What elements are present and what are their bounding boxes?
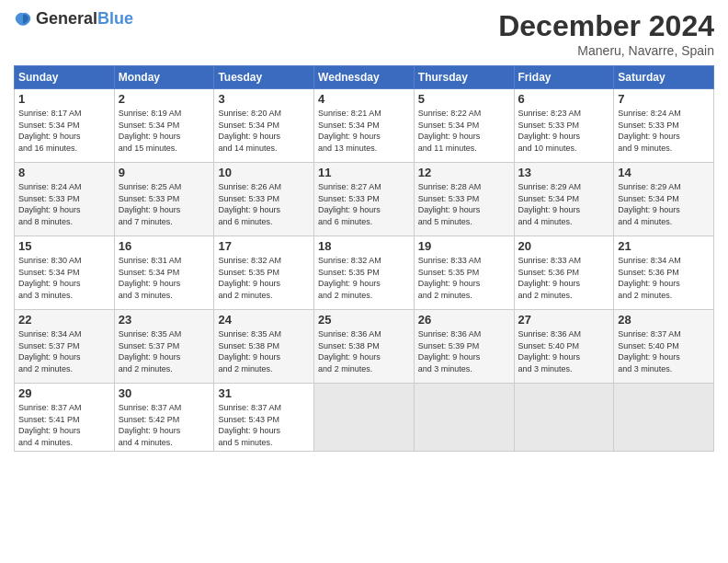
day-info: Sunrise: 8:34 AM Sunset: 5:36 PM Dayligh…	[618, 255, 710, 301]
table-row: 3 Sunrise: 8:20 AM Sunset: 5:34 PM Dayli…	[214, 89, 314, 163]
table-row: 15 Sunrise: 8:30 AM Sunset: 5:34 PM Dayl…	[15, 236, 115, 310]
day-number: 30	[119, 386, 210, 400]
table-row: 17 Sunrise: 8:32 AM Sunset: 5:35 PM Dayl…	[214, 236, 314, 310]
table-row: 5 Sunrise: 8:22 AM Sunset: 5:34 PM Dayli…	[414, 89, 514, 163]
day-number: 7	[618, 92, 710, 106]
table-row: 29 Sunrise: 8:37 AM Sunset: 5:41 PM Dayl…	[15, 384, 115, 452]
day-number: 24	[218, 313, 310, 327]
day-number: 26	[418, 313, 510, 327]
day-number: 29	[18, 386, 110, 400]
day-info: Sunrise: 8:29 AM Sunset: 5:34 PM Dayligh…	[518, 181, 610, 227]
day-info: Sunrise: 8:24 AM Sunset: 5:33 PM Dayligh…	[18, 181, 110, 227]
calendar-header-row: SundayMondayTuesdayWednesdayThursdayFrid…	[15, 66, 714, 89]
day-info: Sunrise: 8:35 AM Sunset: 5:37 PM Dayligh…	[119, 328, 210, 374]
day-info: Sunrise: 8:37 AM Sunset: 5:41 PM Dayligh…	[18, 402, 110, 448]
day-number: 17	[218, 239, 310, 253]
day-of-week-header: Wednesday	[314, 66, 415, 89]
table-row: 9 Sunrise: 8:25 AM Sunset: 5:33 PM Dayli…	[114, 163, 214, 236]
day-info: Sunrise: 8:33 AM Sunset: 5:36 PM Dayligh…	[518, 255, 610, 301]
day-number: 12	[418, 166, 510, 179]
table-row: 20 Sunrise: 8:33 AM Sunset: 5:36 PM Dayl…	[514, 236, 614, 310]
day-number: 13	[518, 166, 610, 179]
day-info: Sunrise: 8:36 AM Sunset: 5:39 PM Dayligh…	[418, 328, 510, 374]
day-number: 4	[318, 92, 410, 106]
table-row: 14 Sunrise: 8:29 AM Sunset: 5:34 PM Dayl…	[614, 163, 714, 236]
day-info: Sunrise: 8:30 AM Sunset: 5:34 PM Dayligh…	[18, 255, 110, 301]
calendar-week-row: 15 Sunrise: 8:30 AM Sunset: 5:34 PM Dayl…	[15, 236, 714, 310]
day-number: 3	[218, 92, 310, 106]
day-number: 14	[618, 166, 710, 179]
day-info: Sunrise: 8:17 AM Sunset: 5:34 PM Dayligh…	[18, 108, 110, 154]
day-info: Sunrise: 8:28 AM Sunset: 5:33 PM Dayligh…	[418, 181, 510, 227]
table-row: 6 Sunrise: 8:23 AM Sunset: 5:33 PM Dayli…	[514, 89, 614, 163]
table-row	[314, 384, 415, 452]
calendar-container: GeneralBlue December 2024 Maneru, Navarr…	[0, 0, 728, 461]
day-info: Sunrise: 8:35 AM Sunset: 5:38 PM Dayligh…	[218, 328, 310, 374]
table-row: 12 Sunrise: 8:28 AM Sunset: 5:33 PM Dayl…	[414, 163, 514, 236]
day-info: Sunrise: 8:33 AM Sunset: 5:35 PM Dayligh…	[418, 255, 510, 301]
table-row: 30 Sunrise: 8:37 AM Sunset: 5:42 PM Dayl…	[114, 384, 214, 452]
table-row: 8 Sunrise: 8:24 AM Sunset: 5:33 PM Dayli…	[15, 163, 115, 236]
day-number: 10	[218, 166, 310, 179]
table-row: 11 Sunrise: 8:27 AM Sunset: 5:33 PM Dayl…	[314, 163, 415, 236]
day-number: 28	[618, 313, 710, 327]
calendar-title: December 2024	[498, 9, 714, 43]
day-number: 19	[418, 239, 510, 253]
day-number: 18	[318, 239, 410, 253]
calendar-table: SundayMondayTuesdayWednesdayThursdayFrid…	[14, 65, 714, 452]
day-number: 21	[618, 239, 710, 253]
day-of-week-header: Thursday	[414, 66, 514, 89]
table-row: 31 Sunrise: 8:37 AM Sunset: 5:43 PM Dayl…	[214, 384, 314, 452]
table-row: 24 Sunrise: 8:35 AM Sunset: 5:38 PM Dayl…	[214, 310, 314, 384]
day-info: Sunrise: 8:22 AM Sunset: 5:34 PM Dayligh…	[418, 108, 510, 154]
table-row: 26 Sunrise: 8:36 AM Sunset: 5:39 PM Dayl…	[414, 310, 514, 384]
table-row: 18 Sunrise: 8:32 AM Sunset: 5:35 PM Dayl…	[314, 236, 415, 310]
table-row	[614, 384, 714, 452]
table-row: 4 Sunrise: 8:21 AM Sunset: 5:34 PM Dayli…	[314, 89, 415, 163]
day-info: Sunrise: 8:21 AM Sunset: 5:34 PM Dayligh…	[318, 108, 410, 154]
day-number: 27	[518, 313, 610, 327]
logo-text: GeneralBlue	[36, 9, 133, 29]
table-row: 1 Sunrise: 8:17 AM Sunset: 5:34 PM Dayli…	[15, 89, 115, 163]
table-row: 13 Sunrise: 8:29 AM Sunset: 5:34 PM Dayl…	[514, 163, 614, 236]
table-row: 16 Sunrise: 8:31 AM Sunset: 5:34 PM Dayl…	[114, 236, 214, 310]
calendar-subtitle: Maneru, Navarre, Spain	[498, 43, 714, 58]
day-info: Sunrise: 8:37 AM Sunset: 5:40 PM Dayligh…	[618, 328, 710, 374]
day-info: Sunrise: 8:36 AM Sunset: 5:40 PM Dayligh…	[518, 328, 610, 374]
table-row	[414, 384, 514, 452]
day-number: 23	[119, 313, 210, 327]
day-number: 25	[318, 313, 410, 327]
day-number: 31	[218, 386, 310, 400]
day-of-week-header: Monday	[114, 66, 214, 89]
day-number: 16	[119, 239, 210, 253]
day-of-week-header: Saturday	[614, 66, 714, 89]
day-number: 2	[119, 92, 210, 106]
day-number: 22	[18, 313, 110, 327]
day-info: Sunrise: 8:37 AM Sunset: 5:42 PM Dayligh…	[119, 402, 210, 448]
day-of-week-header: Friday	[514, 66, 614, 89]
day-number: 20	[518, 239, 610, 253]
day-info: Sunrise: 8:37 AM Sunset: 5:43 PM Dayligh…	[218, 402, 310, 448]
day-number: 1	[18, 92, 110, 106]
logo-blue: Blue	[97, 9, 133, 28]
table-row	[514, 384, 614, 452]
table-row: 19 Sunrise: 8:33 AM Sunset: 5:35 PM Dayl…	[414, 236, 514, 310]
day-info: Sunrise: 8:19 AM Sunset: 5:34 PM Dayligh…	[119, 108, 210, 154]
day-number: 11	[318, 166, 410, 179]
day-info: Sunrise: 8:25 AM Sunset: 5:33 PM Dayligh…	[119, 181, 210, 227]
logo: GeneralBlue	[14, 9, 133, 29]
day-info: Sunrise: 8:26 AM Sunset: 5:33 PM Dayligh…	[218, 181, 310, 227]
day-of-week-header: Sunday	[15, 66, 115, 89]
table-row: 2 Sunrise: 8:19 AM Sunset: 5:34 PM Dayli…	[114, 89, 214, 163]
day-info: Sunrise: 8:31 AM Sunset: 5:34 PM Dayligh…	[119, 255, 210, 301]
day-number: 15	[18, 239, 110, 253]
day-of-week-header: Tuesday	[214, 66, 314, 89]
day-info: Sunrise: 8:34 AM Sunset: 5:37 PM Dayligh…	[18, 328, 110, 374]
table-row: 22 Sunrise: 8:34 AM Sunset: 5:37 PM Dayl…	[15, 310, 115, 384]
table-row: 23 Sunrise: 8:35 AM Sunset: 5:37 PM Dayl…	[114, 310, 214, 384]
calendar-week-row: 8 Sunrise: 8:24 AM Sunset: 5:33 PM Dayli…	[15, 163, 714, 236]
logo-icon	[14, 10, 32, 29]
table-row: 25 Sunrise: 8:36 AM Sunset: 5:38 PM Dayl…	[314, 310, 415, 384]
day-info: Sunrise: 8:32 AM Sunset: 5:35 PM Dayligh…	[318, 255, 410, 301]
header: GeneralBlue December 2024 Maneru, Navarr…	[14, 9, 714, 58]
